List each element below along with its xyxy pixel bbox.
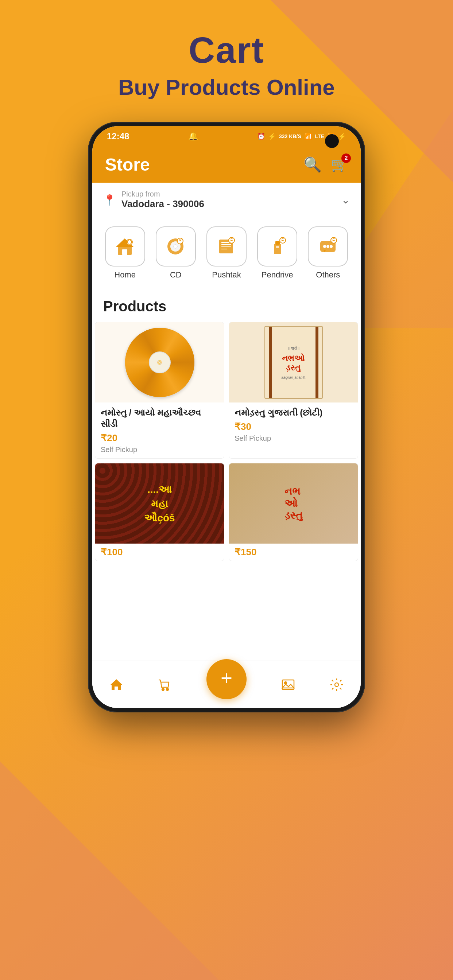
svg-marker-24 xyxy=(110,679,123,690)
city-text: Vadodara - 390006 xyxy=(121,198,204,209)
product-price-1: ₹20 xyxy=(100,433,219,444)
product-image-4: નભઓડ઼સ્તુ xyxy=(229,463,358,544)
maroon-text: ....આમહાઔçóš xyxy=(144,482,175,525)
location-text: Pickup from Vadodara - 390006 xyxy=(121,190,204,210)
product-card-3[interactable]: ....આમહાઔçóš ₹100 xyxy=(95,463,224,561)
page-subtitle: Buy Products Online xyxy=(0,75,453,100)
others-category-icon xyxy=(308,226,348,267)
wifi-icon: 📶 xyxy=(304,132,312,140)
category-pendrive[interactable]: Pendrive xyxy=(257,226,297,280)
page-header: Cart Buy Products Online xyxy=(0,0,453,100)
pendrive-category-label: Pendrive xyxy=(262,270,293,280)
products-grid: 📀 નમોસ્તુ / આયો મહાઔચ્છવ સીડી ₹20 Self P… xyxy=(92,320,361,563)
home-category-label: Home xyxy=(114,270,136,280)
battery-icon: ⚡ xyxy=(338,132,346,140)
categories-section: Home CD xyxy=(92,217,361,289)
product-pickup-1: Self Pickup xyxy=(100,445,219,454)
search-button[interactable]: 🔍 xyxy=(303,156,322,173)
pickup-label: Pickup from xyxy=(121,190,204,198)
product-price-2: ₹30 xyxy=(234,421,353,433)
phone-screen: 12:48 🔔 ⏰ ⚡ 332 KB/S 📶 LTE 📶 ⚡ Store xyxy=(92,126,361,708)
camera-cutout xyxy=(325,134,339,148)
svg-rect-2 xyxy=(122,250,127,255)
fab-add-button[interactable]: + xyxy=(206,659,247,699)
product-name-2: નમોડ઼સ્તુ ગુજરાતી (છોટી) xyxy=(234,407,353,418)
category-home[interactable]: Home xyxy=(105,226,145,280)
product-image-3: ....આમહાઔçóš xyxy=(95,463,224,544)
svg-point-19 xyxy=(323,245,326,248)
svg-point-20 xyxy=(327,245,329,248)
svg-point-25 xyxy=(162,688,164,690)
status-notification-icon: 🔔 xyxy=(188,132,198,141)
bottom-navigation: + xyxy=(92,660,361,708)
location-pin-icon: 📍 xyxy=(103,194,116,206)
svg-point-30 xyxy=(335,683,338,687)
nav-settings[interactable] xyxy=(330,678,344,692)
svg-point-6 xyxy=(174,245,177,248)
header-icons: 🔍 🛒 2 xyxy=(303,156,348,173)
product-price-4: ₹150 xyxy=(229,544,358,561)
svg-point-28 xyxy=(284,682,287,684)
cd-category-label: CD xyxy=(170,270,182,280)
svg-point-26 xyxy=(166,688,169,690)
category-others[interactable]: Others xyxy=(308,226,348,280)
bluetooth-icon: ⚡ xyxy=(268,132,276,140)
app-header-title: Store xyxy=(105,154,150,175)
product-card-2[interactable]: ॥ श्री॥ નભ઼ઓડ઼સ્તુ ãàç¤à¤¸à¤à¤¾ નમોડ઼સ્ત… xyxy=(229,322,358,459)
product-info-1: નમોસ્તુ / આયો મહાઔચ્છવ સીડી ₹20 Self Pic… xyxy=(95,402,224,458)
product-price-3: ₹100 xyxy=(95,544,224,561)
app-header: Store 🔍 🛒 2 xyxy=(92,146,361,183)
book-visual: ॥ श्री॥ નભ઼ઓડ઼સ્તુ ãàç¤à¤¸à¤à¤¾ xyxy=(265,326,323,399)
cart-button[interactable]: 🛒 2 xyxy=(331,156,348,172)
location-left: 📍 Pickup from Vadodara - 390006 xyxy=(103,190,204,210)
nav-shop[interactable] xyxy=(158,678,172,692)
product-card-1[interactable]: 📀 નમોસ્તુ / આયો મહાઔચ્છવ સીડી ₹20 Self P… xyxy=(95,322,224,459)
home-category-icon xyxy=(105,226,145,267)
category-pushtak[interactable]: Pushtak xyxy=(206,226,247,280)
product-pickup-2: Self Pickup xyxy=(234,434,353,442)
phone-wrapper: 12:48 🔔 ⏰ ⚡ 332 KB/S 📶 LTE 📶 ⚡ Store xyxy=(0,122,453,713)
product-name-1: નમોસ્તુ / આયો મહાઔચ્છવ સીડી xyxy=(100,407,219,430)
plus-icon: + xyxy=(221,668,232,688)
pushtak-category-icon xyxy=(206,226,247,267)
products-header: Products xyxy=(92,289,361,320)
nav-home[interactable] xyxy=(109,678,123,692)
phone-frame: 12:48 🔔 ⏰ ⚡ 332 KB/S 📶 LTE 📶 ⚡ Store xyxy=(88,122,365,713)
status-time: 12:48 xyxy=(107,131,129,142)
pendrive-category-icon xyxy=(257,226,297,267)
svg-rect-16 xyxy=(276,246,279,248)
product-image-1: 📀 xyxy=(95,322,224,402)
page-title: Cart xyxy=(0,29,453,71)
svg-marker-29 xyxy=(282,684,294,688)
nav-gallery[interactable] xyxy=(281,678,295,692)
products-section: Products 📀 xyxy=(92,289,361,708)
status-bar: 12:48 🔔 ⏰ ⚡ 332 KB/S 📶 LTE 📶 ⚡ xyxy=(92,126,361,146)
beige-text: નભઓડ઼સ્તુ xyxy=(284,485,303,522)
cart-badge: 2 xyxy=(341,153,351,163)
maroon-pattern: ....આમહાઔçóš xyxy=(95,463,224,544)
cd-category-icon xyxy=(156,226,196,267)
pushtak-category-label: Pushtak xyxy=(212,270,241,280)
svg-point-21 xyxy=(330,245,333,248)
svg-rect-14 xyxy=(274,244,281,254)
product-info-2: નમોડ઼સ્તુ ગુજરાતી (છોટી) ₹30 Self Pickup xyxy=(229,402,358,447)
cd-visual: 📀 xyxy=(125,328,195,397)
product-card-4[interactable]: નભઓડ઼સ્તુ ₹150 xyxy=(229,463,358,561)
alarm-icon: ⏰ xyxy=(257,132,265,140)
location-bar[interactable]: 📍 Pickup from Vadodara - 390006 ⌄ xyxy=(92,183,361,217)
chevron-down-icon: ⌄ xyxy=(341,194,350,206)
product-image-2: ॥ श्री॥ નભ઼ઓડ઼સ્તુ ãàç¤à¤¸à¤à¤¾ xyxy=(229,322,358,402)
others-category-label: Others xyxy=(316,270,340,280)
speed-indicator: 332 KB/S xyxy=(279,134,301,139)
category-cd[interactable]: CD xyxy=(156,226,196,280)
svg-rect-15 xyxy=(275,241,280,245)
network-type: LTE xyxy=(315,134,324,139)
